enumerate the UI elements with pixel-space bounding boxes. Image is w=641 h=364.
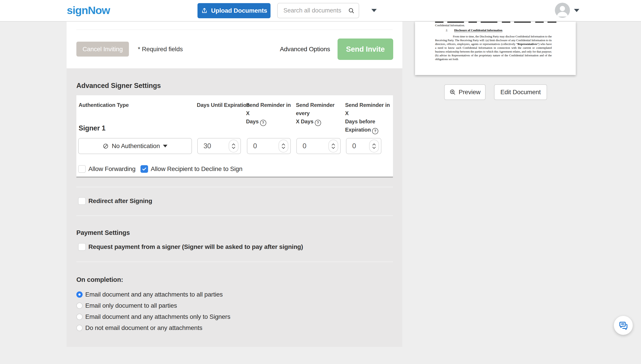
stepper-up-icon (332, 143, 335, 146)
allow-decline-label: Allow Recipient to Decline to Sign (151, 166, 242, 172)
account-menu-caret-icon[interactable] (574, 9, 579, 12)
cancel-inviting-button[interactable]: Cancel Inviting (76, 42, 129, 56)
column-days-until-expiration: Days Until Expiration (197, 101, 250, 109)
document-text-line: Confidential Information. (435, 24, 465, 27)
send-reminder-before-expiration-value: 0 (352, 142, 356, 150)
preview-button[interactable]: Preview (444, 84, 486, 100)
send-reminder-every-x-days-input[interactable]: 0 (296, 138, 341, 154)
upload-button-label: Upload Documents (211, 7, 267, 14)
stepper-control[interactable] (369, 140, 379, 152)
signer-name: Signer 1 (78, 124, 106, 132)
upload-documents-button[interactable]: Upload Documents (198, 3, 270, 18)
redirect-after-signing-checkbox[interactable] (78, 197, 86, 205)
help-icon[interactable]: ? (372, 128, 378, 134)
required-fields-note: * Required fields (138, 42, 183, 56)
on-completion-title: On completion: (76, 276, 123, 284)
clipped-text-line (435, 22, 556, 23)
search-options-caret-icon[interactable] (371, 9, 377, 12)
stepper-down-icon (282, 147, 285, 149)
edit-document-button[interactable]: Edit Document (494, 84, 547, 100)
advanced-signer-settings-section: Advanced Signer Settings Authentication … (66, 68, 402, 347)
request-payment-checkbox[interactable] (78, 243, 86, 251)
signnow-app: signNow Upload Documents (0, 0, 641, 364)
send-reminder-every-x-days-value: 0 (302, 142, 306, 150)
chat-support-button[interactable] (614, 316, 633, 335)
signer-settings-table: Authentication Type Days Until Expiratio… (76, 95, 393, 177)
stepper-control[interactable] (328, 140, 338, 152)
edit-document-button-label: Edit Document (500, 88, 540, 96)
section-divider (76, 216, 393, 216)
send-reminder-before-expiration-input[interactable]: 0 (346, 138, 382, 154)
chevron-down-icon (163, 145, 168, 148)
completion-option-label: Do not email document or any attachments (85, 324, 202, 332)
signnow-logo[interactable]: signNow (67, 4, 110, 16)
stepper-control[interactable] (278, 140, 288, 152)
preview-button-label: Preview (459, 88, 480, 96)
stepper-down-icon (372, 147, 376, 149)
radio[interactable] (76, 325, 82, 331)
stepper-up-icon (232, 143, 235, 146)
completion-option-only-signers: Email document and any attachments only … (76, 313, 230, 320)
section-divider (76, 262, 393, 262)
no-authentication-icon (103, 143, 109, 149)
send-reminder-in-x-days-value: 0 (253, 142, 257, 150)
document-heading-text: Disclosure of Confidential Information (454, 28, 502, 32)
toolbar-divider (76, 30, 392, 30)
days-until-expiration-input[interactable]: 30 (197, 138, 241, 154)
top-header-bar: signNow Upload Documents (0, 0, 641, 22)
completion-option-label: Email document and any attachments to al… (85, 291, 223, 298)
search-icon[interactable] (348, 7, 355, 14)
payment-settings-title: Payment Settings (76, 229, 130, 236)
invite-toolbar-section: Cancel Inviting * Required fields Advanc… (66, 22, 402, 68)
allow-forwarding-option: Allow Forwarding (78, 165, 136, 173)
authentication-type-value: No Authentication (112, 142, 160, 150)
column-send-reminder-every-x-days: Send Reminder every X Days? (296, 101, 344, 126)
completion-option-only-document: Email only document to all parties (76, 302, 177, 309)
chat-icon (618, 320, 628, 330)
search-box[interactable] (277, 3, 359, 18)
stepper-control[interactable] (229, 140, 238, 152)
stepper-down-icon (332, 147, 335, 149)
checkmark-icon (142, 166, 147, 172)
allow-forwarding-checkbox[interactable] (78, 165, 86, 173)
help-icon[interactable]: ? (260, 120, 266, 126)
stepper-up-icon (372, 143, 376, 146)
document-paragraph: From time to time, the Disclosing Party … (435, 34, 552, 61)
document-preview-thumbnail[interactable]: Confidential Information. 2. Disclosure … (415, 22, 576, 75)
radio[interactable] (76, 302, 82, 309)
completion-option-label: Email only document to all parties (85, 302, 177, 309)
completion-option-all-parties-attachments: Email document and any attachments to al… (76, 291, 223, 298)
advanced-options-link[interactable]: Advanced Options (280, 42, 330, 56)
allow-decline-option: Allow Recipient to Decline to Sign (140, 165, 242, 173)
radio-selected[interactable] (76, 292, 82, 298)
allow-decline-checkbox[interactable] (140, 165, 148, 173)
stepper-down-icon (232, 147, 235, 149)
send-reminder-in-x-days-input[interactable]: 0 (247, 138, 291, 154)
radio[interactable] (76, 314, 82, 320)
redirect-after-signing-label: Redirect after Signing (88, 198, 152, 204)
send-invite-button[interactable]: Send Invite (338, 38, 393, 60)
completion-option-label: Email document and any attachments only … (85, 313, 230, 320)
help-icon[interactable]: ? (315, 120, 321, 126)
document-heading-number: 2. (446, 28, 448, 32)
zoom-in-icon (449, 89, 456, 96)
authentication-type-dropdown[interactable]: No Authentication (78, 138, 192, 154)
document-heading: 2. Disclosure of Confidential Informatio… (446, 28, 503, 32)
redirect-after-signing-option: Redirect after Signing (78, 197, 152, 205)
avatar[interactable] (555, 3, 570, 18)
search-input[interactable] (283, 7, 348, 14)
days-until-expiration-value: 30 (204, 142, 211, 150)
completion-option-no-email: Do not email document or any attachments (76, 324, 202, 332)
request-payment-label: Request payment from a signer (Signer wi… (88, 243, 303, 250)
column-authentication-type: Authentication Type (78, 101, 129, 109)
request-payment-option: Request payment from a signer (Signer wi… (78, 243, 303, 251)
upload-icon (201, 7, 208, 14)
advanced-signer-settings-title: Advanced Signer Settings (76, 82, 161, 90)
section-divider (76, 187, 393, 187)
stepper-up-icon (282, 143, 285, 146)
column-send-reminder-before-expiration: Send Reminder in X Days before Expiratio… (345, 101, 394, 134)
table-bottom-bar (76, 176, 393, 178)
column-send-reminder-in-x-days: Send Reminder in X Days? (246, 101, 294, 126)
allow-forwarding-label: Allow Forwarding (88, 166, 136, 172)
